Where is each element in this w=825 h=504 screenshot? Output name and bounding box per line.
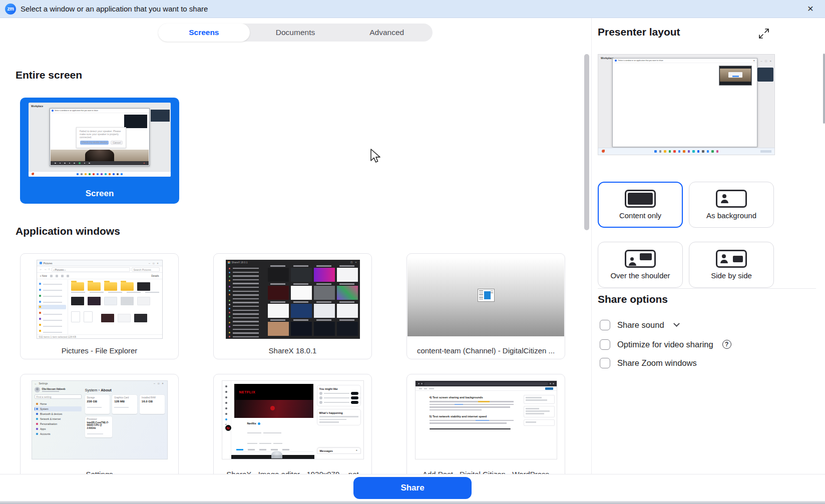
settings-sidebar: Ola-Hassan Habeeb Find a setting Home Sy… [35,387,82,459]
post-content: 4) Test screen sharing and backgrounds 5… [430,396,514,429]
app-window-label: Pictures - File Explorer [26,346,173,355]
application-windows-heading: Application windows [16,225,120,237]
explorer-thumbnail: Pictures– □ × ←→↑ › Pictures › Search Pi… [37,260,163,339]
optimize-video-option: Optimize for video sharing ? [600,337,731,352]
hero-image [234,400,313,418]
screen-tile-label: Screen [20,189,179,199]
layout-option-side-by-side[interactable]: Side by side [689,242,774,288]
screen-tile[interactable]: Workplace Select a window or an applicat… [20,98,179,204]
editor-thumbnail: NETFLIX Netflix N You might like [222,380,364,459]
share-zoom-windows-option: Share Zoom windows [600,355,697,370]
layout-option-content-only[interactable]: Content only [598,182,683,228]
editor-sidebar [524,395,555,428]
check-audio-button: Check my audio device [80,141,109,145]
video-panel [151,110,170,122]
explorer-folder-grid [68,280,162,334]
sharex-image-grid [268,268,358,338]
tab-documents[interactable]: Documents [250,24,341,42]
webcam-preview [719,66,752,86]
share-zoom-windows-checkbox[interactable] [600,358,610,368]
app-window-card-image-editor[interactable]: NETFLIX Netflix N You might like [213,374,372,480]
close-icon[interactable]: × [803,0,818,18]
speaker-error-dialog: Failed to detect your speaker. Please ma… [76,127,126,148]
panel-scrollbar-thumb[interactable] [823,54,825,124]
mini-video-tile [124,115,147,128]
workplace-label: Workplace [31,105,43,108]
app-window-card-wordpress[interactable]: 4) Test screen sharing and backgrounds 5… [406,374,565,480]
settings-thumbnail: ←Settings– □ × Ola-Hassan Habeeb Find a … [32,380,168,459]
share-dialog: zm Select a window or an application tha… [0,0,825,504]
taskbar-logo-icon [602,150,605,153]
entire-screen-heading: Entire screen [16,69,82,81]
footer-bar: Share [0,474,825,504]
tab-screens[interactable]: Screens [158,24,250,42]
chevron-down-icon[interactable] [673,320,680,327]
meeting-toolbar [51,161,149,165]
share-button[interactable]: Share [353,477,472,499]
titlebar: zm Select a window or an application tha… [0,0,825,18]
expand-icon[interactable] [758,28,769,39]
app-window-card-settings[interactable]: ←Settings– □ × Ola-Hassan Habeeb Find a … [20,374,179,480]
presenter-layout-title: Presenter layout [598,26,680,38]
app-window-label: content-team (Channel) - DigitalCitizen … [412,346,560,355]
window-bottom-edge [0,501,825,504]
avatar [35,387,40,392]
share-sound-option: Share sound [600,317,679,332]
you-might-like-box: You might like [317,385,361,406]
help-icon[interactable]: ? [722,340,731,349]
zoom-logo-icon: zm [5,4,16,15]
over-the-shoulder-icon [625,250,656,268]
netflix-banner: NETFLIX [234,384,313,400]
placeholder-thumbnail [407,254,564,336]
app-window-card-pictures[interactable]: Pictures– □ × ←→↑ › Pictures › Search Pi… [20,253,179,359]
app-window-card-content-team[interactable]: content-team (Channel) - DigitalCitizen … [406,253,565,359]
dialog-title: Select a window or an application that y… [21,5,208,13]
video-panel [757,68,773,82]
share-sound-checkbox[interactable] [600,320,610,330]
divider [598,288,816,289]
explorer-sidebar [37,280,68,334]
layout-option-as-background[interactable]: As background [689,182,774,228]
person-silhouette [85,150,114,161]
globe-watermark [271,451,282,458]
folder-icon [71,282,84,291]
layout-option-over-the-shoulder[interactable]: Over the shoulder [598,242,683,288]
main-content: Screens Documents Advanced Entire screen… [0,18,591,474]
mini-taskbar [29,171,171,177]
profile-avatar: N [224,424,232,432]
sharex-menu [226,266,266,339]
webcam-feed [51,150,149,161]
mini-dialog-window: Select a window or an application that y… [50,108,150,166]
browser-bar [416,381,557,386]
messages-bar: Messages⌃ [317,447,361,454]
preview-taskbar [598,148,774,155]
presenter-layout-panel: Presenter layout Workplace – □ × Select … [591,18,825,474]
settings-about-page: System › About Storage238 GB Graphics Ca… [85,388,165,459]
presenter-preview: Workplace – □ × Select a window or an ap… [598,54,775,155]
search-pictures-box: Search Pictures [132,267,160,272]
horizontal-scrollbar [430,428,511,430]
app-window-label: ShareX 18.0.1 [219,346,366,355]
app-window-card-sharex[interactable]: ShareX 18.0.1⊡ × ShareX 18.0.1 [213,253,372,359]
tab-bar: Screens Documents Advanced [158,24,433,42]
wordpress-thumbnail: 4) Test screen sharing and backgrounds 5… [415,380,557,459]
verified-icon [258,422,260,425]
taskbar-logo-icon [32,173,34,175]
preview-dialog-window: Select a window or an application that y… [612,58,757,147]
as-background-icon [716,190,747,208]
content-only-icon [625,190,656,208]
window-icon [478,289,495,302]
screen-thumbnail: Workplace Select a window or an applicat… [29,103,171,177]
side-by-side-icon [716,250,747,268]
whats-happening-box: What's happening [317,409,361,425]
nav-rail [222,381,231,454]
cancel-button: Cancel [111,141,123,145]
optimize-video-checkbox[interactable] [600,339,610,350]
tab-advanced[interactable]: Advanced [341,24,433,42]
sharex-thumbnail: ShareX 18.0.1⊡ × [226,260,360,339]
scrollbar-thumb[interactable] [584,54,589,230]
share-options-title: Share options [598,293,668,305]
